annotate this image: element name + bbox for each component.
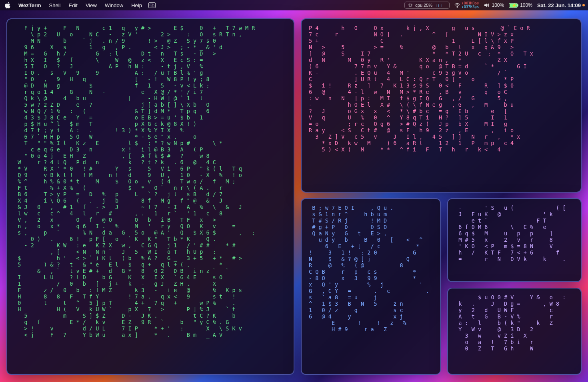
status-wifi[interactable]: ↑001MBps ↓037KBps: [454, 2, 479, 9]
cpu-label: cpu 25%: [415, 3, 432, 8]
terminal-pane-3[interactable]: B ; w 7 E O I , Q u . s & 1 n r ^ h b u …: [301, 198, 441, 375]
terminal-pane-5[interactable]: $ u O 0 # V Y & o : k . J D g = , W 8 y …: [447, 288, 582, 375]
terminal-pane-1[interactable]: F j y + F N c 1 q y # > E $ 0 + T 7 w M …: [6, 18, 294, 375]
terminal-content-5: $ u O 0 # V Y & o : k . J D g = , W 8 y …: [455, 294, 574, 352]
terminal-pane-2[interactable]: P 4 h O O x k j , X g u s @ ` C o R 7 c …: [301, 18, 582, 193]
macos-menubar: WezTerm Shell Edit View Window Help cpu …: [0, 0, 588, 10]
battery-pct: 100%: [520, 2, 532, 8]
cpu-meter[interactable]: cpu 25%: [404, 2, 450, 9]
cpu-graph: [435, 3, 446, 7]
svg-point-3: [457, 7, 458, 8]
status-battery[interactable]: ⚡ 100%: [509, 2, 532, 8]
terminal-content-1: F j y + F N c 1 q y # > E $ 0 + T 7 w M …: [14, 25, 286, 338]
net-rates: ↑001MBps ↓037KBps: [462, 2, 479, 9]
menu-edit[interactable]: Edit: [65, 2, 82, 9]
terminal-pane-4[interactable]: - ' S u ( ( [ J F u K @ ' k _ e t ` F T …: [447, 198, 582, 282]
desktop: F j y + F N c 1 q y # > E $ 0 + T 7 w M …: [0, 10, 588, 382]
menu-window[interactable]: Window: [101, 2, 127, 9]
menu-view[interactable]: View: [82, 2, 101, 9]
terminal-content-2: P 4 h O O x k j , X g u s @ ` C o R 7 c …: [309, 25, 574, 153]
status-clock[interactable]: Sat. 22 Jun. 14:09: [537, 2, 585, 8]
apple-logo-icon[interactable]: [5, 2, 11, 8]
menu-shell[interactable]: Shell: [45, 2, 65, 9]
battery-icon: ⚡: [509, 3, 518, 8]
status-volume[interactable]: 100%: [484, 2, 504, 8]
menu-app[interactable]: WezTerm: [14, 2, 45, 9]
menu-help[interactable]: Help: [127, 2, 146, 9]
terminal-content-3: B ; w 7 E O I , Q u . s & 1 n r ^ h b u …: [309, 205, 433, 332]
clock-dot-icon: [582, 4, 585, 6]
volume-pct: 100%: [492, 2, 504, 8]
devices-icon[interactable]: [148, 2, 156, 8]
svg-rect-2: [409, 4, 412, 6]
terminal-content-4: - ' S u ( ( [ J F u K @ ' k _ e t ` F T …: [455, 205, 574, 262]
